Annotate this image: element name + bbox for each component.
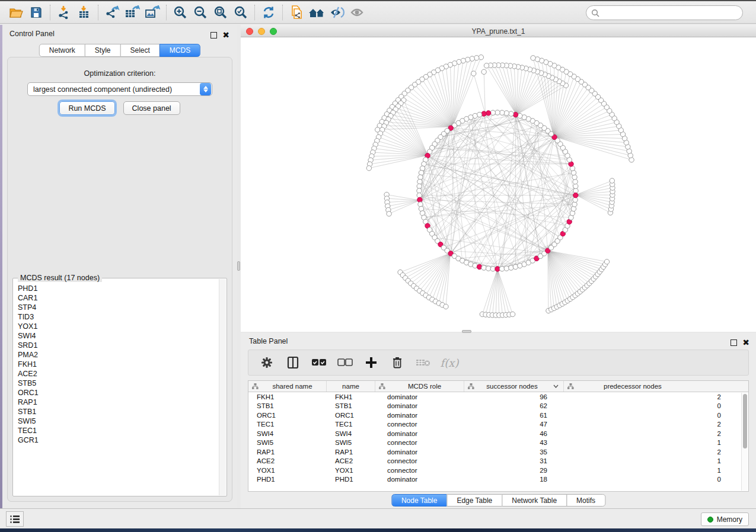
node-table[interactable]: shared name name MCDS role successor nod… <box>248 380 749 492</box>
column-header-successor-nodes[interactable]: successor nodes <box>464 381 564 392</box>
tree-icon <box>567 383 574 389</box>
tab-network[interactable]: Network <box>39 44 85 57</box>
table-row[interactable]: TEC1 TEC1 connector 47 2 <box>248 420 748 430</box>
close-panel-button[interactable]: Close panel <box>123 101 180 115</box>
hide-selected-button[interactable] <box>327 4 347 21</box>
refresh-icon <box>261 5 276 20</box>
dropdown-stepper-icon <box>200 83 211 95</box>
float-table-panel-icon[interactable] <box>731 338 737 348</box>
table-settings-button[interactable] <box>258 354 276 371</box>
mcds-result-box: MCDS result (17 nodes) PHD1CAR1STP4TID3Y… <box>12 278 227 496</box>
mcds-result-item[interactable]: FKH1 <box>18 360 219 369</box>
table-row[interactable]: YOX1 YOX1 connector 29 1 <box>248 466 748 475</box>
close-panel-icon[interactable]: ✖ <box>222 30 229 40</box>
unchecked-boxes-icon <box>337 358 353 367</box>
mcds-result-item[interactable]: YOX1 <box>18 322 219 331</box>
show-columns-button[interactable] <box>284 354 302 371</box>
status-bar: Memory <box>0 508 756 528</box>
export-image-button[interactable] <box>142 4 162 21</box>
tab-edge-table[interactable]: Edge Table <box>446 494 502 507</box>
mcds-result-item[interactable]: SWI5 <box>18 416 219 426</box>
tab-node-table[interactable]: Node Table <box>391 494 448 507</box>
open-folder-icon <box>9 6 23 19</box>
zoom-selected-icon <box>234 5 248 20</box>
select-all-button[interactable] <box>310 354 328 371</box>
mcds-result-item[interactable]: RAP1 <box>18 398 219 407</box>
mcds-buttons: Run MCDS Close panel <box>8 101 232 115</box>
zoom-fit-icon <box>213 5 228 20</box>
tab-motifs[interactable]: Motifs <box>566 494 605 507</box>
show-all-button[interactable] <box>347 4 367 21</box>
first-neighbors-button[interactable] <box>307 4 327 21</box>
run-mcds-button[interactable]: Run MCDS <box>59 101 114 115</box>
tab-mcds[interactable]: MCDS <box>160 44 200 57</box>
tab-network-table[interactable]: Network Table <box>502 494 567 507</box>
mcds-result-item[interactable]: CAR1 <box>18 293 219 303</box>
network-graph-canvas[interactable] <box>241 37 756 332</box>
criterion-dropdown[interactable]: largest connected component (undirected) <box>27 82 212 96</box>
mcds-result-item[interactable]: SWI4 <box>18 331 219 341</box>
network-window-titlebar[interactable]: YPA_prune.txt_1 <box>241 25 756 37</box>
search-input[interactable] <box>602 9 742 17</box>
table-row[interactable]: STB1 STB1 dominator 62 0 <box>248 402 748 411</box>
float-panel-icon[interactable] <box>210 30 217 41</box>
zoom-selected-button[interactable] <box>231 4 251 21</box>
mcds-result-item[interactable]: ORC1 <box>18 388 219 398</box>
plus-icon <box>365 357 377 368</box>
mcds-result-item[interactable]: STP4 <box>18 303 219 312</box>
mcds-result-item[interactable]: TEC1 <box>18 426 219 435</box>
table-row[interactable]: PHD1 PHD1 dominator 18 0 <box>248 475 748 485</box>
mcds-list-scrollbar[interactable] <box>219 279 226 495</box>
zoom-in-button[interactable] <box>170 4 190 21</box>
search-box[interactable] <box>586 5 743 20</box>
column-header-shared-name[interactable]: shared name <box>248 381 327 392</box>
mcds-result-item[interactable]: SRD1 <box>18 341 219 350</box>
table-row[interactable]: SWI5 SWI5 connector 43 1 <box>248 438 748 448</box>
table-row[interactable]: ACE2 ACE2 connector 31 1 <box>248 457 748 466</box>
import-network-button[interactable] <box>54 4 74 21</box>
add-column-button[interactable] <box>362 354 380 371</box>
refresh-button[interactable] <box>259 4 279 21</box>
table-row[interactable]: ORC1 ORC1 dominator 61 0 <box>248 411 748 420</box>
table-scrollbar[interactable] <box>741 393 748 491</box>
open-session-button[interactable] <box>6 4 26 21</box>
export-table-button[interactable] <box>122 4 142 21</box>
trash-icon <box>391 356 403 369</box>
deselect-all-button[interactable] <box>336 354 354 371</box>
column-header-mcds-role[interactable]: MCDS role <box>375 381 464 392</box>
export-network-button[interactable] <box>102 4 122 21</box>
table-row[interactable]: RAP1 RAP1 dominator 35 2 <box>248 447 748 457</box>
save-session-button[interactable] <box>26 4 46 21</box>
toolbar-separator <box>166 5 167 20</box>
close-table-panel-icon[interactable]: ✖ <box>742 337 749 348</box>
show-eye-icon <box>349 6 365 19</box>
table-scrollbar-thumb[interactable] <box>743 394 747 448</box>
search-icon <box>591 9 599 17</box>
column-header-name[interactable]: name <box>327 381 375 392</box>
mcds-result-item[interactable]: TID3 <box>18 312 219 322</box>
network-window-title: YPA_prune.txt_1 <box>241 27 756 36</box>
tab-style[interactable]: Style <box>85 44 121 57</box>
table-row[interactable]: FKH1 FKH1 dominator 96 2 <box>248 392 748 402</box>
zoom-fit-button[interactable] <box>210 4 231 21</box>
task-history-button[interactable] <box>6 511 24 527</box>
mcds-result-item[interactable]: STB1 <box>18 407 219 416</box>
mcds-result-item[interactable]: ACE2 <box>18 369 219 379</box>
table-row[interactable]: SWI4 SWI4 dominator 46 2 <box>248 429 748 438</box>
tab-select[interactable]: Select <box>120 44 160 57</box>
column-header-predecessor-nodes[interactable]: predecessor nodes <box>564 381 748 392</box>
mcds-result-item[interactable]: GCR1 <box>18 435 219 445</box>
mcds-result-item[interactable]: STB5 <box>18 379 219 388</box>
toolbar-separator <box>254 5 255 20</box>
mcds-result-list[interactable]: PHD1CAR1STP4TID3YOX1SWI4SRD1PMA2FKH1ACE2… <box>14 279 219 495</box>
mcds-result-item[interactable]: PHD1 <box>18 284 219 293</box>
zoom-out-button[interactable] <box>190 4 210 21</box>
import-table-icon <box>77 5 91 20</box>
copy-network-button[interactable] <box>286 4 307 21</box>
delete-column-button[interactable] <box>388 354 406 371</box>
mcds-result-item[interactable]: PMA2 <box>18 350 219 360</box>
splitter-grip-vertical[interactable] <box>237 261 240 271</box>
import-table-button[interactable] <box>74 4 94 21</box>
function-builder-button: f(x) <box>441 354 458 371</box>
memory-button[interactable]: Memory <box>701 512 749 526</box>
